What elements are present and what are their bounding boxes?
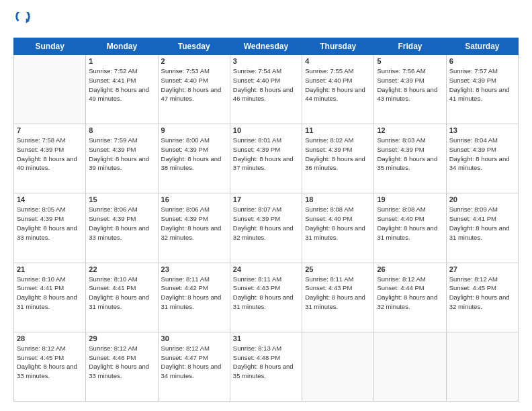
cell-content: Sunrise: 7:52 AMSunset: 4:41 PMDaylight:… — [89, 67, 149, 102]
cell-content: Sunrise: 8:04 AMSunset: 4:39 PMDaylight:… — [449, 136, 510, 171]
col-saturday: Saturday — [446, 38, 518, 55]
day-number: 22 — [89, 265, 154, 273]
calendar-header: Sunday Monday Tuesday Wednesday Thursday… — [14, 38, 519, 55]
cell-content: Sunrise: 8:01 AMSunset: 4:39 PMDaylight:… — [233, 136, 294, 171]
cell-content: Sunrise: 8:12 AMSunset: 4:46 PMDaylight:… — [89, 345, 149, 379]
calendar-cell: 7Sunrise: 7:58 AMSunset: 4:39 PMDaylight… — [14, 124, 86, 193]
day-number: 18 — [305, 195, 371, 203]
cell-content: Sunrise: 8:12 AMSunset: 4:45 PMDaylight:… — [449, 275, 510, 310]
day-number: 16 — [161, 195, 227, 203]
day-number: 14 — [17, 195, 83, 203]
cell-content: Sunrise: 8:09 AMSunset: 4:41 PMDaylight:… — [449, 205, 510, 240]
cell-content: Sunrise: 7:59 AMSunset: 4:39 PMDaylight:… — [89, 136, 149, 171]
day-number: 10 — [233, 126, 299, 134]
calendar-body: 1Sunrise: 7:52 AMSunset: 4:41 PMDaylight… — [14, 55, 519, 402]
calendar-cell: 11Sunrise: 8:02 AMSunset: 4:39 PMDayligh… — [302, 124, 374, 193]
cell-content: Sunrise: 8:08 AMSunset: 4:40 PMDaylight:… — [377, 205, 437, 240]
calendar-cell: 31Sunrise: 8:13 AMSunset: 4:48 PMDayligh… — [230, 332, 302, 401]
cell-content: Sunrise: 8:08 AMSunset: 4:40 PMDaylight:… — [305, 205, 365, 240]
calendar-cell: 5Sunrise: 7:56 AMSunset: 4:39 PMDaylight… — [374, 55, 446, 124]
cell-content: Sunrise: 8:06 AMSunset: 4:39 PMDaylight:… — [161, 205, 222, 240]
day-number: 13 — [449, 126, 515, 134]
day-number: 31 — [233, 334, 299, 342]
calendar-cell: 6Sunrise: 7:57 AMSunset: 4:39 PMDaylight… — [446, 55, 518, 124]
calendar-cell — [446, 332, 518, 401]
calendar-cell: 20Sunrise: 8:09 AMSunset: 4:41 PMDayligh… — [446, 193, 518, 263]
calendar-week-5: 28Sunrise: 8:12 AMSunset: 4:45 PMDayligh… — [14, 332, 519, 401]
cell-content: Sunrise: 7:55 AMSunset: 4:40 PMDaylight:… — [305, 67, 365, 102]
calendar-cell: 29Sunrise: 8:12 AMSunset: 4:46 PMDayligh… — [86, 332, 158, 401]
calendar-cell: 30Sunrise: 8:12 AMSunset: 4:47 PMDayligh… — [158, 332, 230, 401]
calendar-week-2: 7Sunrise: 7:58 AMSunset: 4:39 PMDaylight… — [14, 124, 519, 193]
cell-content: Sunrise: 8:06 AMSunset: 4:39 PMDaylight:… — [89, 205, 149, 240]
cell-content: Sunrise: 8:11 AMSunset: 4:43 PMDaylight:… — [233, 275, 294, 310]
calendar-cell: 28Sunrise: 8:12 AMSunset: 4:45 PMDayligh… — [14, 332, 86, 401]
calendar-cell: 2Sunrise: 7:53 AMSunset: 4:40 PMDaylight… — [158, 55, 230, 124]
calendar-week-3: 14Sunrise: 8:05 AMSunset: 4:39 PMDayligh… — [14, 193, 519, 263]
calendar-cell: 12Sunrise: 8:03 AMSunset: 4:39 PMDayligh… — [374, 124, 446, 193]
calendar-table: Sunday Monday Tuesday Wednesday Thursday… — [13, 38, 519, 402]
day-number: 3 — [233, 57, 299, 65]
col-friday: Friday — [374, 38, 446, 55]
day-number: 11 — [305, 126, 371, 134]
page: Sunday Monday Tuesday Wednesday Thursday… — [0, 0, 532, 411]
cell-content: Sunrise: 7:58 AMSunset: 4:39 PMDaylight:… — [17, 136, 77, 171]
cell-content: Sunrise: 8:12 AMSunset: 4:44 PMDaylight:… — [377, 275, 437, 310]
day-number: 19 — [377, 195, 443, 203]
day-number: 30 — [161, 334, 227, 342]
calendar-cell: 22Sunrise: 8:10 AMSunset: 4:41 PMDayligh… — [86, 263, 158, 332]
logo-icon — [13, 12, 32, 31]
calendar-cell: 1Sunrise: 7:52 AMSunset: 4:41 PMDaylight… — [86, 55, 158, 124]
cell-content: Sunrise: 8:11 AMSunset: 4:43 PMDaylight:… — [305, 275, 365, 310]
cell-content: Sunrise: 8:05 AMSunset: 4:39 PMDaylight:… — [17, 205, 77, 240]
logo — [13, 12, 35, 31]
calendar-cell: 18Sunrise: 8:08 AMSunset: 4:40 PMDayligh… — [302, 193, 374, 263]
cell-content: Sunrise: 8:10 AMSunset: 4:41 PMDaylight:… — [89, 275, 149, 310]
calendar-cell: 17Sunrise: 8:07 AMSunset: 4:39 PMDayligh… — [230, 193, 302, 263]
calendar-cell: 15Sunrise: 8:06 AMSunset: 4:39 PMDayligh… — [86, 193, 158, 263]
day-number: 23 — [161, 265, 227, 273]
day-number: 28 — [17, 334, 83, 342]
calendar-cell — [374, 332, 446, 401]
day-number: 6 — [449, 57, 515, 65]
cell-content: Sunrise: 8:07 AMSunset: 4:39 PMDaylight:… — [233, 205, 294, 240]
calendar-cell: 8Sunrise: 7:59 AMSunset: 4:39 PMDaylight… — [86, 124, 158, 193]
cell-content: Sunrise: 8:03 AMSunset: 4:39 PMDaylight:… — [377, 136, 437, 171]
day-number: 1 — [89, 57, 154, 65]
day-number: 7 — [17, 126, 83, 134]
calendar-cell: 24Sunrise: 8:11 AMSunset: 4:43 PMDayligh… — [230, 263, 302, 332]
day-number: 26 — [377, 265, 443, 273]
day-number: 9 — [161, 126, 227, 134]
col-sunday: Sunday — [14, 38, 86, 55]
cell-content: Sunrise: 7:54 AMSunset: 4:40 PMDaylight:… — [233, 67, 294, 102]
calendar-cell: 16Sunrise: 8:06 AMSunset: 4:39 PMDayligh… — [158, 193, 230, 263]
day-number: 20 — [449, 195, 515, 203]
day-number: 12 — [377, 126, 443, 134]
header-row: Sunday Monday Tuesday Wednesday Thursday… — [14, 38, 519, 55]
calendar-cell — [14, 55, 86, 124]
calendar-cell: 21Sunrise: 8:10 AMSunset: 4:41 PMDayligh… — [14, 263, 86, 332]
day-number: 25 — [305, 265, 371, 273]
cell-content: Sunrise: 8:10 AMSunset: 4:41 PMDaylight:… — [17, 275, 77, 310]
col-wednesday: Wednesday — [230, 38, 302, 55]
calendar-cell: 9Sunrise: 8:00 AMSunset: 4:39 PMDaylight… — [158, 124, 230, 193]
day-number: 8 — [89, 126, 154, 134]
calendar-cell: 13Sunrise: 8:04 AMSunset: 4:39 PMDayligh… — [446, 124, 518, 193]
cell-content: Sunrise: 7:56 AMSunset: 4:39 PMDaylight:… — [377, 67, 437, 102]
cell-content: Sunrise: 8:00 AMSunset: 4:39 PMDaylight:… — [161, 136, 222, 171]
calendar-cell: 26Sunrise: 8:12 AMSunset: 4:44 PMDayligh… — [374, 263, 446, 332]
day-number: 24 — [233, 265, 299, 273]
calendar-week-4: 21Sunrise: 8:10 AMSunset: 4:41 PMDayligh… — [14, 263, 519, 332]
calendar-cell: 14Sunrise: 8:05 AMSunset: 4:39 PMDayligh… — [14, 193, 86, 263]
cell-content: Sunrise: 7:57 AMSunset: 4:39 PMDaylight:… — [449, 67, 510, 102]
calendar-cell: 3Sunrise: 7:54 AMSunset: 4:40 PMDaylight… — [230, 55, 302, 124]
calendar-cell: 19Sunrise: 8:08 AMSunset: 4:40 PMDayligh… — [374, 193, 446, 263]
day-number: 2 — [161, 57, 227, 65]
day-number: 29 — [89, 334, 154, 342]
calendar-cell — [302, 332, 374, 401]
day-number: 17 — [233, 195, 299, 203]
calendar-cell: 25Sunrise: 8:11 AMSunset: 4:43 PMDayligh… — [302, 263, 374, 332]
day-number: 21 — [17, 265, 83, 273]
calendar-cell: 27Sunrise: 8:12 AMSunset: 4:45 PMDayligh… — [446, 263, 518, 332]
col-tuesday: Tuesday — [158, 38, 230, 55]
